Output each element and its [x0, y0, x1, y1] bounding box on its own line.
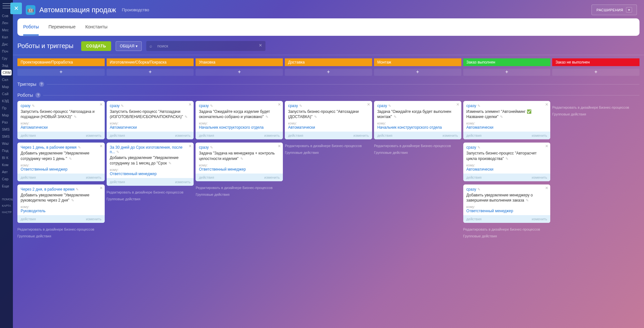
- add-button[interactable]: +: [107, 69, 194, 76]
- card-change-link[interactable]: изменить: [532, 217, 547, 221]
- card-trigger[interactable]: Через 1 день, в рабочее время✎: [21, 145, 101, 150]
- card-assignee[interactable]: Автоматически: [466, 125, 547, 130]
- close-button[interactable]: ✕: [10, 3, 22, 14]
- card-trigger[interactable]: сразу✎: [110, 104, 191, 108]
- pencil-icon[interactable]: ✎: [477, 145, 480, 149]
- edit-bp-link[interactable]: Редактировать в дизайнере Бизнес-процесс…: [552, 104, 639, 111]
- robot-card[interactable]: ✕сразу✎Запустить бизнес-процесс "Автозад…: [107, 101, 194, 139]
- hamburger-icon[interactable]: [3, 3, 10, 8]
- add-button[interactable]: +: [285, 69, 372, 76]
- edit-bp-link[interactable]: Редактировать в дизайнере Бизнес-процесс…: [285, 143, 372, 149]
- pencil-icon[interactable]: ✎: [168, 161, 171, 165]
- card-assignee[interactable]: Ответственный менеджер: [110, 172, 191, 176]
- sidebar-item[interactable]: BI К: [0, 154, 13, 161]
- close-icon[interactable]: ✕: [456, 102, 459, 107]
- card-actions-label[interactable]: действия: [199, 134, 214, 137]
- group-actions-link[interactable]: Групповые действия: [17, 233, 105, 240]
- card-change-link[interactable]: изменить: [264, 175, 280, 179]
- card-assignee[interactable]: Начальник конструкторского отдела: [199, 125, 280, 130]
- sidebar-footer-item[interactable]: НАСТР: [0, 209, 13, 215]
- pencil-icon[interactable]: ✎: [240, 157, 243, 161]
- sidebar-footer-item[interactable]: КАРТА: [0, 203, 13, 209]
- card-actions-label[interactable]: действия: [21, 134, 36, 137]
- close-icon[interactable]: ✕: [367, 102, 370, 107]
- pencil-icon[interactable]: ✎: [210, 145, 213, 149]
- sidebar-item[interactable]: Пр: [0, 104, 13, 112]
- sidebar-item[interactable]: Сай: [0, 90, 13, 97]
- pencil-icon[interactable]: ✎: [185, 115, 187, 119]
- robot-card[interactable]: ✕сразу✎Запустить бизнес-процесс "Автозад…: [285, 101, 372, 139]
- card-assignee[interactable]: Ответственный менеджер: [199, 167, 280, 172]
- close-icon[interactable]: ✕: [545, 144, 548, 148]
- close-icon[interactable]: ✕: [278, 144, 281, 148]
- add-button[interactable]: +: [17, 69, 105, 76]
- card-assignee[interactable]: Автоматически: [110, 125, 191, 130]
- card-assignee[interactable]: Руководитель: [21, 209, 101, 213]
- pencil-icon[interactable]: ✎: [69, 157, 72, 161]
- card-actions-label[interactable]: действия: [288, 134, 303, 137]
- pencil-icon[interactable]: ✎: [388, 104, 391, 108]
- card-change-link[interactable]: изменить: [532, 175, 547, 179]
- close-icon[interactable]: ✕: [545, 186, 548, 190]
- close-icon[interactable]: ✕: [188, 102, 192, 107]
- pencil-icon[interactable]: ✎: [299, 104, 302, 108]
- robot-card[interactable]: ✕сразу✎Задача "Задача на менеджера + кон…: [196, 143, 283, 181]
- sidebar-item[interactable]: Лен: [0, 19, 13, 26]
- clear-icon[interactable]: ✕: [259, 43, 262, 48]
- sidebar-item[interactable]: Раз: [0, 119, 13, 126]
- chevron-down-icon[interactable]: ▾: [626, 7, 632, 13]
- stage-header[interactable]: Проектирование/Проработка: [17, 58, 105, 66]
- create-button[interactable]: СОЗДАТЬ: [81, 41, 111, 51]
- sidebar-item[interactable]: Сер: [0, 175, 13, 183]
- sidebar-item[interactable]: Авт: [0, 168, 13, 175]
- card-actions-label[interactable]: действия: [110, 180, 125, 184]
- add-button[interactable]: +: [196, 69, 283, 76]
- robot-card[interactable]: ✕сразу✎Задача "Ожидайте когда будет выпо…: [374, 101, 461, 139]
- group-actions-link[interactable]: Групповые действия: [196, 191, 283, 198]
- group-actions-link[interactable]: Групповые действия: [552, 111, 639, 118]
- card-assignee[interactable]: Автоматически: [466, 167, 547, 172]
- card-actions-label[interactable]: действия: [110, 134, 125, 137]
- group-actions-link[interactable]: Групповые действия: [285, 149, 372, 156]
- edit-bp-link[interactable]: Редактировать в дизайнере Бизнес-процесс…: [17, 226, 105, 233]
- card-actions-label[interactable]: действия: [466, 134, 482, 137]
- sidebar-item[interactable]: Под: [0, 147, 13, 154]
- card-trigger[interactable]: Через 2 дня, в рабочее время✎: [21, 187, 101, 192]
- card-change-link[interactable]: изменить: [353, 134, 369, 137]
- group-actions-link[interactable]: Групповые действия: [107, 196, 194, 203]
- stage-header[interactable]: Заказ не выполнен: [552, 58, 639, 66]
- sidebar-item[interactable]: Дис: [0, 41, 13, 48]
- pencil-icon[interactable]: ✎: [265, 115, 268, 119]
- sidebar-item[interactable]: КЭД: [0, 97, 13, 104]
- stage-header[interactable]: Заказ выполнен: [463, 58, 551, 66]
- pencil-icon[interactable]: ✎: [78, 145, 81, 149]
- card-actions-label[interactable]: действия: [199, 175, 214, 179]
- tab[interactable]: Роботы: [23, 19, 39, 35]
- sidebar-item[interactable]: Мар: [0, 83, 13, 90]
- close-icon[interactable]: ✕: [100, 186, 103, 190]
- card-trigger[interactable]: сразу✎: [377, 104, 458, 108]
- pencil-icon[interactable]: ✎: [477, 187, 480, 191]
- add-button[interactable]: +: [463, 69, 551, 76]
- close-icon[interactable]: ✕: [100, 102, 103, 107]
- sidebar-item[interactable]: Зад: [0, 62, 13, 69]
- robot-card[interactable]: ✕сразу✎Запустить бизнес-процесс "Авторас…: [463, 143, 551, 181]
- pencil-icon[interactable]: ✎: [32, 104, 35, 108]
- close-icon[interactable]: ✕: [278, 102, 281, 107]
- pencil-icon[interactable]: ✎: [477, 104, 480, 108]
- sidebar-item[interactable]: Скл: [0, 76, 13, 83]
- close-icon[interactable]: ✕: [545, 102, 548, 107]
- sidebar-item[interactable]: CRM: [1, 70, 12, 75]
- pencil-icon[interactable]: ✎: [505, 157, 508, 161]
- pencil-icon[interactable]: ✎: [314, 115, 317, 119]
- robot-card[interactable]: ✕сразу✎Добавить уведомление менеджеру о …: [463, 184, 551, 223]
- stage-header[interactable]: Доставка: [285, 58, 372, 66]
- add-button[interactable]: +: [552, 69, 639, 76]
- card-actions-label[interactable]: действия: [466, 175, 482, 179]
- card-actions-label[interactable]: действия: [21, 175, 36, 179]
- card-change-link[interactable]: изменить: [264, 134, 280, 137]
- stage-header[interactable]: Упаковка: [196, 58, 283, 66]
- robot-card[interactable]: ✕сразу✎Изменить элемент "Автонейминг ✅ Н…: [463, 101, 551, 139]
- edit-bp-link[interactable]: Редактировать в дизайнере Бизнес-процесс…: [374, 143, 461, 149]
- stage-header[interactable]: Изготовление/Сборка/Покраска: [107, 58, 194, 66]
